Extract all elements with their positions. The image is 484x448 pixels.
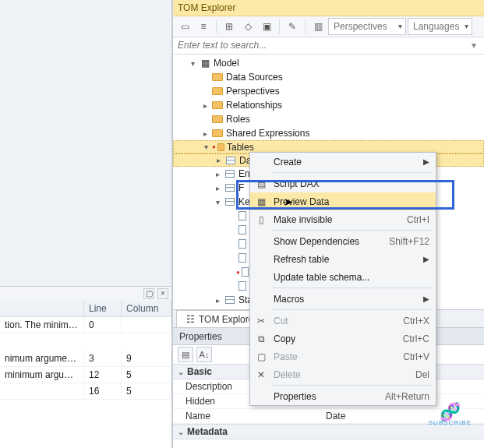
category-label: Metadata — [187, 426, 228, 437]
tree-icon: ☷ — [185, 314, 196, 325]
menu-shortcut: Ctrl+V — [403, 351, 429, 362]
col-column[interactable]: Column — [122, 301, 171, 316]
tree-node-roles[interactable]: Roles — [173, 112, 484, 126]
titlebar: TOM Explorer — [173, 0, 484, 16]
error-msg: nimum argument c... — [0, 351, 84, 366]
menu-label: Refresh table — [274, 254, 329, 265]
node-label: Data Sources — [226, 72, 283, 83]
menu-script-dax[interactable]: ▤Script DAX — [250, 175, 436, 192]
error-msg: tion. The minimum... — [0, 317, 84, 333]
col-line[interactable]: Line — [84, 301, 122, 316]
menu-label: Paste — [274, 351, 298, 362]
node-label: F — [238, 182, 244, 193]
menu-make-invisible[interactable]: ▯Make invisibleCtrl+I — [250, 210, 436, 228]
menu-shortcut: Ctrl+X — [403, 316, 429, 326]
pin-icon[interactable]: ▢ — [143, 288, 154, 299]
menu-label: Properties — [274, 391, 316, 402]
menu-properties[interactable]: PropertiesAlt+Return — [250, 387, 436, 405]
search-bar: ▾ — [173, 37, 484, 55]
menu-macros[interactable]: Macros▶ — [250, 290, 436, 308]
context-menu: Create▶ ▤Script DAX ▦Preview Data ▯Make … — [249, 152, 436, 406]
prop-name: Name — [173, 409, 321, 423]
error-line: 0 — [84, 317, 122, 333]
tree-node-perspectives[interactable]: Perspectives — [173, 84, 484, 98]
left-pane: ▢ × Line Column tion. The minimum... 0 n… — [0, 0, 172, 448]
node-label: V — [238, 309, 245, 309]
subscribe-label: SUBSCRIBE — [429, 419, 472, 426]
menu-cut: ✂CutCtrl+X — [250, 312, 436, 330]
copy-icon: ⧉ — [255, 333, 267, 345]
menu-preview-data[interactable]: ▦Preview Data — [250, 192, 436, 210]
category-label: Basic — [187, 366, 212, 377]
paste-icon: ▢ — [255, 351, 267, 363]
node-label: Model — [214, 58, 239, 69]
menu-label: Make invisible — [274, 214, 332, 225]
tree-node-relationships[interactable]: ▸Relationships — [173, 98, 484, 112]
menu-paste: ▢PasteCtrl+V — [250, 347, 436, 365]
menu-shortcut: Ctrl+I — [407, 214, 429, 225]
folder-icon[interactable]: ▣ — [258, 18, 275, 35]
error-col: 5 — [122, 367, 171, 383]
node-label: Relationships — [226, 100, 282, 111]
error-col — [122, 317, 171, 333]
error-row[interactable]: tion. The minimum... 0 — [0, 317, 171, 333]
perspectives-combo[interactable]: Perspectives — [328, 18, 406, 35]
menu-copy[interactable]: ⧉CopyCtrl+C — [250, 330, 436, 347]
cube-icon[interactable]: ◇ — [239, 18, 256, 35]
col-message[interactable] — [0, 301, 84, 316]
subscribe-badge[interactable]: 🧬 SUBSCRIBE — [429, 405, 472, 426]
menu-update-schema[interactable]: Update table schema... — [250, 268, 436, 286]
menu-label: Update table schema... — [274, 272, 369, 283]
error-line: 16 — [84, 383, 122, 399]
menu-label: Script DAX — [274, 178, 320, 189]
menu-shortcut: Del — [415, 369, 429, 380]
tree-node-shared-expressions[interactable]: ▸Shared Expressions — [173, 126, 484, 140]
invisible-icon: ▯ — [255, 213, 267, 226]
alphabetical-icon[interactable]: A↓ — [196, 347, 212, 362]
menu-label: Create — [274, 157, 302, 168]
search-clear-icon[interactable]: ▾ — [467, 38, 481, 52]
close-icon[interactable]: × — [157, 288, 168, 299]
dna-icon: 🧬 — [429, 405, 472, 419]
left-bottom-header: ▢ × — [0, 287, 171, 301]
error-msg: minimum argumen... — [0, 367, 84, 383]
delete-icon: ✕ — [255, 369, 267, 381]
categorized-icon[interactable]: ▤ — [178, 347, 193, 362]
menu-label: Delete — [274, 369, 301, 380]
collapse-icon[interactable]: ▭ — [176, 18, 193, 35]
cut-icon: ✂ — [255, 315, 267, 327]
menu-label: Show Dependencies — [274, 236, 359, 247]
hierarchy-icon[interactable]: ⊞ — [221, 18, 238, 35]
error-row[interactable]: 16 5 — [0, 383, 171, 400]
left-main-area — [0, 0, 171, 286]
menu-label: Macros — [274, 294, 304, 305]
script-icon: ▤ — [255, 178, 267, 190]
left-bottom-panel: ▢ × Line Column tion. The minimum... 0 n… — [0, 286, 171, 448]
prop-category-metadata[interactable]: ⌄Metadata — [173, 424, 484, 439]
menu-create[interactable]: Create▶ — [250, 153, 436, 171]
toolbar: ▭ ≡ ⊞ ◇ ▣ ✎ ▥ Perspectives Languages — [173, 16, 484, 37]
menu-shortcut: Shift+F12 — [389, 236, 429, 247]
columns-icon[interactable]: ▥ — [309, 18, 327, 35]
error-col: 5 — [122, 383, 171, 399]
error-col: 9 — [122, 351, 171, 366]
languages-combo[interactable]: Languages — [408, 18, 472, 35]
menu-refresh-table[interactable]: Refresh table▶ — [250, 250, 436, 268]
tree-node-datasources[interactable]: Data Sources — [173, 70, 484, 84]
error-msg — [0, 383, 84, 399]
error-row[interactable]: minimum argumen... 12 5 — [0, 367, 171, 383]
search-input[interactable] — [173, 40, 467, 51]
tab-label: TOM Explorer — [199, 314, 256, 325]
node-label: Tables — [227, 142, 254, 153]
error-grid-header: Line Column — [0, 301, 171, 317]
list-icon[interactable]: ≡ — [195, 18, 212, 35]
node-label: Perspectives — [226, 86, 280, 97]
menu-label: Copy — [274, 333, 295, 344]
menu-label: Preview Data — [274, 196, 329, 207]
error-line: 12 — [84, 367, 122, 383]
error-row[interactable]: nimum argument c... 3 9 — [0, 351, 171, 367]
menu-show-dependencies[interactable]: Show DependenciesShift+F12 — [250, 232, 436, 250]
edit-icon[interactable]: ✎ — [284, 18, 301, 35]
tree-node-model[interactable]: ▾▦Model — [173, 56, 484, 70]
window-title: TOM Explorer — [178, 2, 235, 13]
